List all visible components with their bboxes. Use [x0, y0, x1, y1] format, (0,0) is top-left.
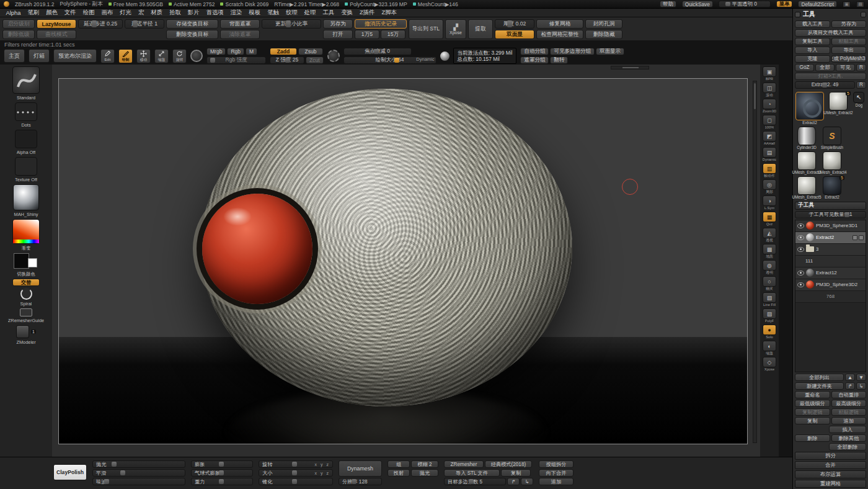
color-swatches[interactable] — [12, 253, 40, 270]
subtool-visible-count-slider[interactable]: 子工具可见数量: 11 — [795, 211, 866, 218]
subtool-row[interactable]: PM3D_Sphere3D2 — [795, 279, 866, 291]
frame-action-icon[interactable]: ▥帧动作 — [761, 163, 777, 178]
document-canvas[interactable] — [52, 65, 760, 457]
zremesher-guide-icon[interactable] — [20, 308, 32, 316]
document-area[interactable] — [58, 78, 748, 444]
import-stl-button[interactable]: 导入 STL 文件 — [444, 469, 500, 477]
menu-item[interactable]: 处理 — [301, 9, 319, 17]
subtool-row[interactable]: PM3D_Sphere3D1 — [795, 220, 866, 232]
tool-palette-header[interactable]: 工具 — [795, 10, 866, 19]
check-mesh-integrity-button[interactable]: 检查网格完整性 — [536, 30, 583, 39]
edit-button[interactable]: Edit — [100, 49, 115, 63]
menu-item[interactable]: 模板 — [246, 9, 264, 17]
extract-button[interactable]: 提取 — [468, 19, 493, 39]
delete-morph-target-button[interactable]: 删除变换目标 — [166, 30, 218, 39]
mrgb-button[interactable]: Mrgb — [206, 48, 226, 55]
texture-thumbnail[interactable] — [15, 157, 37, 176]
palette-pin-icon[interactable] — [861, 12, 866, 17]
menu-item[interactable]: 笔触 — [264, 9, 283, 17]
subtool-folder-row[interactable]: 3 — [795, 244, 866, 256]
secondary-color-swatch[interactable] — [28, 258, 37, 267]
menu-item[interactable]: 颜色 — [43, 9, 61, 17]
flat-transparency-slider[interactable]: 平面透明 0 — [719, 1, 771, 7]
zcut-button[interactable]: Zcut — [306, 56, 324, 64]
visible-poly-groups-button[interactable]: 可见多边形分组 — [550, 48, 595, 55]
lowest-subdiv-button[interactable]: 最低级细分 — [795, 400, 830, 407]
append-button[interactable]: 追加 — [831, 417, 867, 424]
menu-item[interactable]: 首选项 — [203, 9, 227, 17]
eye-icon[interactable] — [797, 271, 804, 276]
merge-section[interactable]: 合并 — [795, 461, 866, 469]
menu-item[interactable]: 拾取 — [166, 9, 185, 17]
color-picker[interactable] — [12, 219, 40, 244]
menu-item[interactable]: 渲染 — [227, 9, 246, 17]
move-down-button[interactable]: ▼ — [856, 374, 866, 381]
delete-hidden-button[interactable]: 删除隐藏 — [585, 30, 622, 39]
curve-mode-button[interactable]: 曲线模式 — [37, 30, 76, 39]
tool-thumb[interactable]: ↖ Dog — [852, 92, 866, 108]
menu-item[interactable]: 变换 — [338, 9, 356, 17]
stroke-thumbnail[interactable] — [15, 102, 37, 121]
live-boolean-button[interactable]: 预览布尔渲染 — [53, 49, 97, 63]
project-toggle[interactable]: 投射 — [388, 469, 410, 477]
red-coral-sphere[interactable] — [202, 194, 312, 304]
eye-icon[interactable] — [797, 247, 804, 252]
xpose-shelf-icon[interactable]: ◇Xpose — [761, 357, 777, 372]
classic-mode-toggle[interactable]: 经典模式(2018) — [485, 460, 532, 468]
delete-other-button[interactable]: 删除其他 — [831, 434, 867, 442]
duplicate-button[interactable]: 复制 — [795, 417, 830, 424]
menu-item[interactable]: 工具 — [319, 9, 338, 17]
focal-icon[interactable] — [327, 50, 340, 62]
paste-tool-button[interactable]: 粘贴工具 — [831, 38, 867, 45]
goz-visible-button[interactable]: 可见 — [836, 64, 855, 71]
tool-thumb[interactable]: S SimpleBrush — [820, 127, 844, 150]
subtool-mini-icons[interactable] — [852, 235, 864, 240]
fix-mesh-button[interactable]: 修复网格 — [536, 19, 583, 29]
open-button[interactable]: 打开 — [323, 30, 353, 39]
flip-button[interactable]: 翻转 — [550, 56, 568, 64]
copy-button[interactable]: 复制 — [501, 469, 531, 477]
dynamesh-button[interactable]: Dynamesh — [339, 460, 382, 477]
goz-r-button[interactable]: R — [856, 64, 866, 71]
split-section[interactable]: 拆分 — [795, 452, 866, 460]
goz-button[interactable]: GoZ — [795, 64, 814, 71]
delete-lower-button[interactable]: 删除低级 — [2, 30, 35, 39]
group-split-button[interactable]: 按组拆分 — [539, 460, 574, 468]
merge-down-button[interactable]: 向下合并 — [539, 469, 574, 477]
local-icon[interactable]: ◎局部 — [761, 179, 777, 194]
main-color-swatch[interactable] — [14, 253, 29, 269]
subtool-section-header[interactable]: 子工具 — [795, 202, 866, 210]
lsym-icon[interactable]: ◑L.Sym — [761, 195, 777, 210]
tool-thumb[interactable]: 5 Extract2 — [820, 176, 844, 200]
eye-icon[interactable] — [797, 282, 804, 287]
lazy-step-slider[interactable]: 延迟步进 0.25 — [78, 19, 123, 29]
qvz-icon[interactable]: ▦Qvz — [761, 212, 777, 227]
claypolish-button[interactable]: ClayPolish — [53, 464, 87, 480]
highest-subdiv-button[interactable]: 最高级细分 — [831, 400, 867, 407]
m-button[interactable]: M — [246, 48, 257, 55]
balloon-slider[interactable]: 气球式膨胀 — [191, 469, 253, 477]
eye-icon[interactable] — [797, 235, 804, 240]
load-from-project-button[interactable]: 从项目文件载入工具 — [795, 29, 866, 37]
menu-item[interactable]: 画布 — [98, 9, 117, 17]
scroll-icon[interactable]: ◫滚动 — [761, 83, 777, 97]
subtool-row[interactable]: Extract12 — [795, 267, 866, 279]
xpose-button[interactable]: ▞ Xpose — [445, 19, 466, 39]
export-button[interactable]: 导出 — [831, 47, 867, 54]
polish-slider[interactable]: 抛光 — [92, 460, 185, 468]
line-fill-icon[interactable]: ▧Line Fill — [761, 292, 777, 307]
folder-up-button[interactable]: ↱ — [845, 382, 855, 390]
menu-item[interactable]: Alpha — [2, 9, 24, 16]
quicksave-button[interactable]: QuickSave — [682, 1, 713, 7]
menu-button[interactable]: 菜单 — [776, 1, 793, 7]
append-bottom-button[interactable]: 追加 — [539, 478, 574, 485]
spiral-icon[interactable] — [20, 288, 32, 300]
insert-button[interactable]: 插入 — [829, 426, 867, 433]
aahalf-icon[interactable]: ◩AAHalf — [761, 131, 777, 146]
size-slider[interactable]: 大小x y z — [259, 469, 333, 477]
zadd-button[interactable]: Zadd — [270, 48, 297, 55]
subtool-row-selected[interactable]: Extract2 — [795, 232, 866, 244]
tool-thumb-active[interactable]: Extract2 — [795, 92, 825, 125]
import-button[interactable]: 导入 — [795, 47, 830, 54]
zoom-icon[interactable]: ◐缩放 — [761, 341, 777, 356]
